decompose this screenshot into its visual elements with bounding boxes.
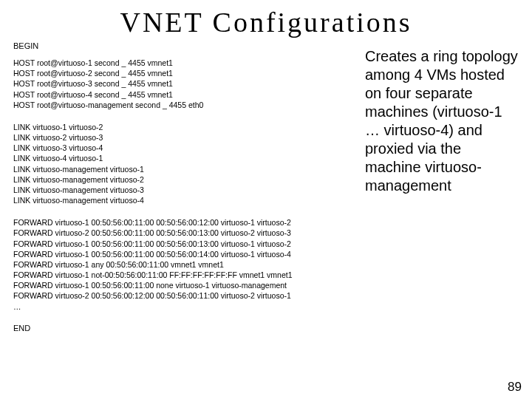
config-line: FORWARD virtuoso-2 00:50:56:00:11:00 00:… [13,228,519,238]
page-number: 89 [508,380,522,395]
slide-title: VNET Configurations [0,6,532,38]
description-text: Creates a ring topology among 4 VMs host… [365,47,520,195]
config-line: FORWARD virtuoso-1 any 00:50:56:00:11:00… [13,259,519,270]
slide-content: BEGIN HOST root@virtuoso-1 second _ 4455… [0,41,532,396]
end-label: END [13,324,519,332]
config-line: LINK virtuoso-management virtuoso-4 [13,195,519,205]
config-line: FORWARD virtuoso-1 00:50:56:00:11:00 00:… [13,249,519,259]
config-line: FORWARD virtuoso-1 00:50:56:00:11:00 00:… [13,239,519,249]
config-line: … [13,301,519,312]
config-line: FORWARD virtuoso-1 not-00:50:56:00:11:00… [13,270,519,280]
config-line: FORWARD virtuoso-1 00:50:56:00:11:00 non… [13,280,519,290]
config-line: FORWARD virtuoso-2 00:50:56:00:12:00 00:… [13,290,519,301]
forward-block: FORWARD virtuoso-1 00:50:56:00:11:00 00:… [13,217,519,312]
config-line: FORWARD virtuoso-1 00:50:56:00:11:00 00:… [13,217,519,228]
